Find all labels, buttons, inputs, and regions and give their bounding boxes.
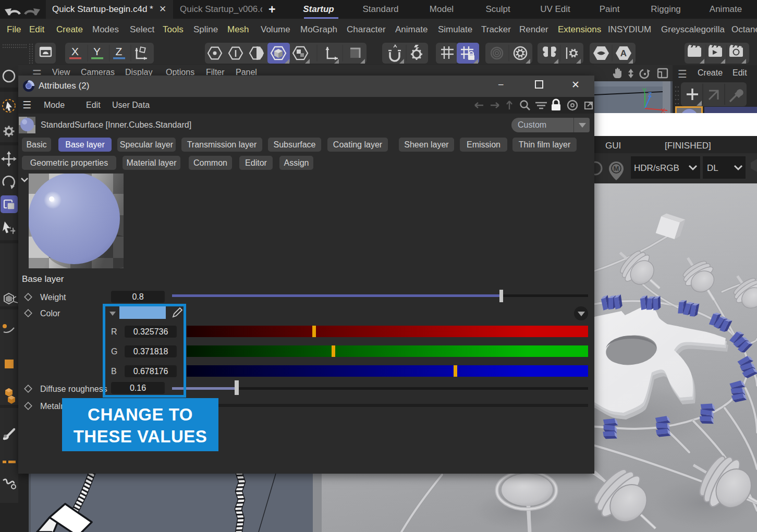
svg-text:M: M bbox=[614, 165, 619, 172]
svg-text:Y: Y bbox=[93, 45, 101, 57]
svg-text:X: X bbox=[661, 107, 665, 113]
svg-text:DL: DL bbox=[707, 163, 718, 173]
svg-text:Z: Z bbox=[648, 91, 652, 98]
svg-text:Z: Z bbox=[116, 45, 123, 57]
svg-text:A: A bbox=[620, 48, 627, 58]
svg-text:Y: Y bbox=[642, 87, 646, 94]
svg-text:HDR/sRGB: HDR/sRGB bbox=[634, 163, 679, 173]
svg-text:X: X bbox=[71, 45, 79, 57]
